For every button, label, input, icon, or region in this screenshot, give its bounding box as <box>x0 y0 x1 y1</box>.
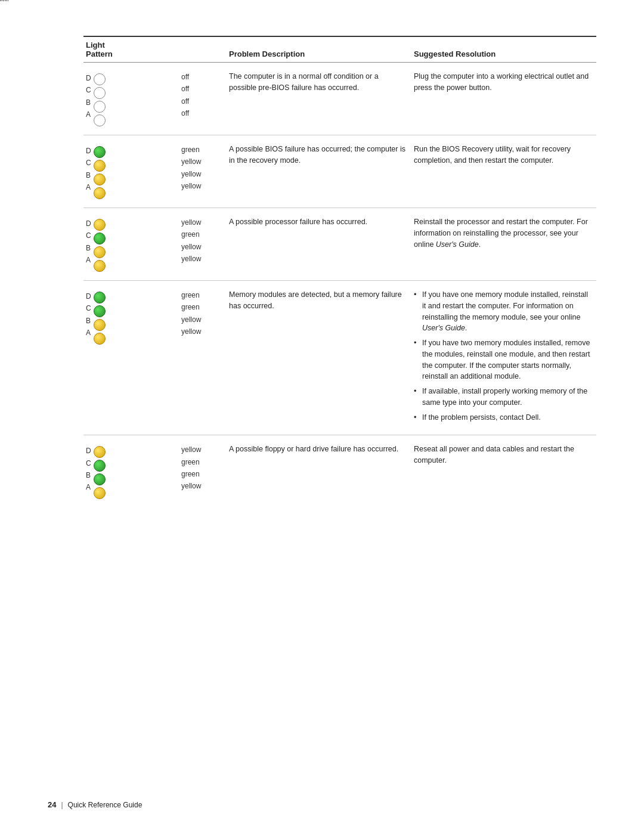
light-label-b: B <box>86 315 91 327</box>
light-circle-0 <box>94 219 106 231</box>
light-circle-0 <box>94 73 106 85</box>
problem-cell-2: A possible processor failure has occurre… <box>227 208 411 281</box>
light-label-d: D <box>86 72 91 84</box>
color-label: yellow <box>181 156 221 168</box>
resolution-cell-4: Reseat all power and data cables and res… <box>411 435 596 508</box>
sidebar-label: www.dell.com | support.dell.com <box>0 0 8 4</box>
light-label-c: C <box>86 302 91 314</box>
color-text-cell-3: greengreenyellowyellow <box>179 281 227 435</box>
resolution-cell-2: Reinstall the processor and restart the … <box>411 208 596 281</box>
table-row: DCBAyellowgreenyellowyellowA possible pr… <box>83 208 596 281</box>
light-label-d: D <box>86 218 91 230</box>
color-label: green <box>181 301 221 313</box>
col-header-problem: Problem Description <box>227 36 411 63</box>
list-item: If the problem persists, contact Dell. <box>414 412 590 423</box>
light-label-c: C <box>86 84 91 96</box>
light-circle-2 <box>94 174 106 185</box>
color-label: green <box>181 228 221 240</box>
list-item: If available, install properly working m… <box>414 386 590 408</box>
color-label: green <box>181 456 221 468</box>
light-label-b: B <box>86 169 91 181</box>
color-text-cell-4: yellowgreengreenyellow <box>179 435 227 508</box>
color-label: yellow <box>181 168 221 180</box>
light-label-d: D <box>86 145 91 157</box>
table-row: DCBAgreengreenyellowyellowMemory modules… <box>83 281 596 435</box>
light-circle-3 <box>94 187 106 199</box>
color-label: green <box>181 468 221 480</box>
table-body: DCBAoffoffoffoffThe computer is in a nor… <box>83 63 596 508</box>
light-label-a: A <box>86 254 91 266</box>
color-label: yellow <box>181 253 221 265</box>
color-label: yellow <box>181 241 221 253</box>
color-text-cell-0: offoffoffoff <box>179 63 227 135</box>
light-pattern-cell-1: DCBA <box>83 135 179 208</box>
light-circle-3 <box>94 333 106 345</box>
light-label-a: A <box>86 109 91 120</box>
light-label-b: B <box>86 97 91 109</box>
light-circle-2 <box>94 246 106 258</box>
resolution-cell-1: Run the BIOS Recovery utility, wait for … <box>411 135 596 208</box>
problem-cell-0: The computer is in a normal off conditio… <box>227 63 411 135</box>
color-label: off <box>181 107 221 119</box>
light-circle-2 <box>94 319 106 331</box>
light-label-c: C <box>86 157 91 169</box>
resolution-bullet-list: If you have one memory module installed,… <box>414 289 590 423</box>
light-circle-3 <box>94 260 106 272</box>
light-label-b: B <box>86 242 91 254</box>
footer: 24 | Quick Reference Guide <box>48 800 596 809</box>
color-label: yellow <box>181 314 221 326</box>
light-label-a: A <box>86 181 91 193</box>
color-label: off <box>181 71 221 83</box>
diagnostic-table: LightPattern Problem Description Suggest… <box>83 36 596 507</box>
light-pattern-cell-4: DCBA <box>83 435 179 508</box>
light-label-b: B <box>86 469 91 481</box>
light-circle-2 <box>94 101 106 113</box>
light-circle-1 <box>94 305 106 317</box>
light-label-c: C <box>86 230 91 241</box>
page-container: www.dell.com | support.dell.com LightPat… <box>0 0 644 833</box>
light-circle-3 <box>94 114 106 126</box>
light-circle-1 <box>94 87 106 99</box>
color-label: yellow <box>181 480 221 492</box>
table-row: DCBAgreenyellowyellowyellowA possible BI… <box>83 135 596 208</box>
color-label: green <box>181 144 221 156</box>
color-text-cell-1: greenyellowyellowyellow <box>179 135 227 208</box>
light-circle-1 <box>94 160 106 172</box>
resolution-cell-3: If you have one memory module installed,… <box>411 281 596 435</box>
color-label: off <box>181 83 221 95</box>
color-label: off <box>181 95 221 107</box>
color-label: yellow <box>181 216 221 228</box>
light-label-d: D <box>86 290 91 302</box>
light-label-c: C <box>86 457 91 469</box>
light-label-d: D <box>86 445 91 457</box>
table-row: DCBAyellowgreengreenyellowA possible flo… <box>83 435 596 508</box>
light-pattern-cell-0: DCBA <box>83 63 179 135</box>
light-label-a: A <box>86 481 91 493</box>
table-row: DCBAoffoffoffoffThe computer is in a nor… <box>83 63 596 135</box>
light-circle-1 <box>94 233 106 244</box>
light-circle-0 <box>94 292 106 304</box>
list-item: If you have two memory modules installed… <box>414 337 590 382</box>
resolution-cell-0: Plug the computer into a working electri… <box>411 63 596 135</box>
color-label: yellow <box>181 180 221 192</box>
light-circle-0 <box>94 146 106 158</box>
col-header-resolution: Suggested Resolution <box>411 36 596 63</box>
main-content: LightPattern Problem Description Suggest… <box>83 36 596 507</box>
col-header-light: LightPattern <box>83 36 179 63</box>
light-circle-1 <box>94 460 106 472</box>
problem-cell-4: A possible floppy or hard drive failure … <box>227 435 411 508</box>
sidebar-text: www.dell.com | support.dell.com <box>0 0 374 6</box>
problem-cell-3: Memory modules are detected, but a memor… <box>227 281 411 435</box>
light-circle-2 <box>94 473 106 485</box>
light-pattern-cell-3: DCBA <box>83 281 179 435</box>
footer-separator: | <box>61 801 63 809</box>
list-item: If you have one memory module installed,… <box>414 289 590 334</box>
color-label: yellow <box>181 444 221 456</box>
col-header-colors <box>179 36 227 63</box>
light-label-a: A <box>86 327 91 339</box>
color-label: yellow <box>181 326 221 337</box>
footer-guide-title: Quick Reference Guide <box>68 801 143 809</box>
problem-cell-1: A possible BIOS failure has occurred; th… <box>227 135 411 208</box>
light-circle-0 <box>94 446 106 458</box>
color-text-cell-2: yellowgreenyellowyellow <box>179 208 227 281</box>
